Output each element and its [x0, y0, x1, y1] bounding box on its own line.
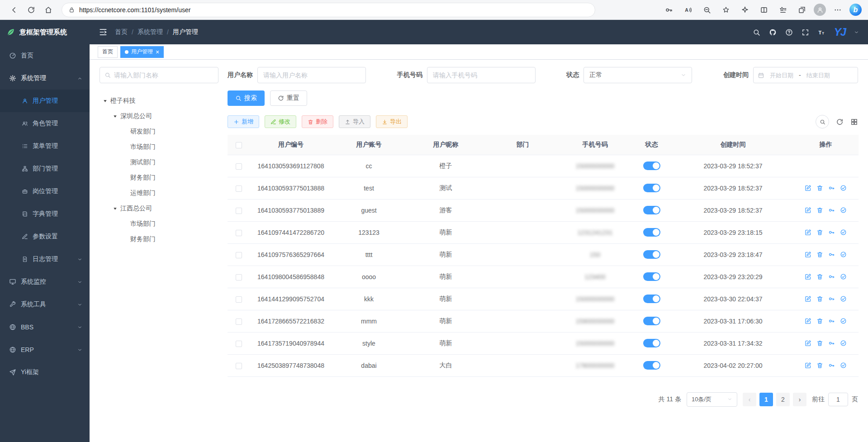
key-icon[interactable]: [828, 207, 835, 214]
edit-square-icon[interactable]: [805, 251, 811, 258]
check-circle-icon[interactable]: [840, 273, 847, 280]
column-settings-icon[interactable]: [850, 118, 858, 126]
breadcrumb-item[interactable]: 首页: [115, 28, 128, 36]
sidebar-item-user-management[interactable]: 用户管理: [0, 90, 90, 112]
delete-button[interactable]: 删除: [302, 115, 333, 128]
help-icon[interactable]: [785, 29, 793, 36]
check-circle-icon[interactable]: [840, 207, 847, 214]
back-icon[interactable]: [6, 2, 22, 18]
status-toggle[interactable]: [643, 162, 660, 170]
home-icon[interactable]: [41, 2, 56, 18]
edit-square-icon[interactable]: [805, 207, 811, 214]
edit-button[interactable]: 修改: [265, 115, 296, 128]
sidebar-item-param-settings[interactable]: 参数设置: [0, 225, 90, 248]
tree-node[interactable]: 市场部门: [100, 216, 218, 232]
copilot-icon[interactable]: b: [849, 4, 862, 16]
add-button[interactable]: 新增: [228, 115, 259, 128]
status-toggle[interactable]: [643, 317, 660, 325]
end-date-input[interactable]: [803, 72, 833, 79]
phone-input[interactable]: [427, 67, 536, 83]
sidebar-item-erp[interactable]: ERP: [0, 338, 90, 361]
page-size-select[interactable]: 10条/页: [687, 392, 737, 407]
font-size-icon[interactable]: [818, 29, 825, 36]
row-checkbox[interactable]: [236, 230, 242, 236]
brand-badge[interactable]: YJ: [834, 26, 845, 38]
row-checkbox[interactable]: [236, 252, 242, 258]
sidebar-item-yi-framework[interactable]: Yi框架: [0, 361, 90, 384]
check-circle-icon[interactable]: [840, 318, 847, 324]
tab-home[interactable]: 首页: [98, 46, 118, 58]
edit-square-icon[interactable]: [805, 362, 811, 369]
select-all-checkbox[interactable]: [236, 142, 242, 148]
tree-node[interactable]: 市场部门: [100, 139, 218, 155]
row-checkbox[interactable]: [236, 296, 242, 303]
add-favorite-icon[interactable]: [719, 3, 733, 17]
row-checkbox[interactable]: [236, 363, 242, 369]
key-icon[interactable]: [828, 229, 835, 236]
status-toggle[interactable]: [643, 184, 660, 192]
sidebar-item-role-management[interactable]: 角色管理: [0, 112, 90, 135]
department-search-input[interactable]: [114, 71, 213, 79]
edit-square-icon[interactable]: [805, 229, 811, 236]
tree-node[interactable]: 研发部门: [100, 124, 218, 139]
key-icon[interactable]: [828, 185, 835, 191]
breadcrumb-item[interactable]: 系统管理: [138, 28, 163, 36]
collections-icon[interactable]: [795, 3, 809, 17]
key-icon[interactable]: [828, 318, 835, 324]
trash-icon[interactable]: [816, 273, 823, 280]
sidebar-item-system-monitor[interactable]: 系统监控: [0, 271, 90, 293]
import-button[interactable]: 导入: [339, 115, 370, 128]
prev-page-button[interactable]: ‹: [743, 393, 756, 406]
trash-icon[interactable]: [816, 318, 823, 324]
check-circle-icon[interactable]: [840, 229, 847, 236]
search-icon[interactable]: [753, 29, 760, 36]
sidebar-item-dept-management[interactable]: 部门管理: [0, 157, 90, 180]
github-icon[interactable]: [769, 29, 777, 36]
fullscreen-icon[interactable]: [802, 29, 809, 36]
trash-icon[interactable]: [816, 295, 823, 302]
address-bar[interactable]: https://ccnetcore.com:1101/system/user: [62, 3, 595, 17]
essentials-icon[interactable]: [738, 3, 752, 17]
more-icon[interactable]: [830, 3, 845, 17]
page-button-2[interactable]: 2: [776, 393, 790, 406]
breadcrumb-item[interactable]: 用户管理: [173, 28, 198, 36]
check-circle-icon[interactable]: [840, 340, 847, 347]
check-circle-icon[interactable]: [840, 185, 847, 191]
row-checkbox[interactable]: [236, 208, 242, 214]
sidebar-item-post-management[interactable]: 岗位管理: [0, 180, 90, 203]
tree-node[interactable]: 财务部门: [100, 170, 218, 185]
check-circle-icon[interactable]: [840, 295, 847, 302]
status-toggle[interactable]: [643, 272, 660, 281]
tree-node[interactable]: 运维部门: [100, 185, 218, 201]
key-icon[interactable]: [828, 295, 835, 302]
status-toggle[interactable]: [643, 250, 660, 259]
favorites-bar-icon[interactable]: [776, 3, 790, 17]
refresh-icon[interactable]: [24, 2, 39, 18]
menu-fold-icon[interactable]: [99, 28, 108, 37]
read-aloud-icon[interactable]: [681, 3, 695, 17]
export-button[interactable]: 导出: [376, 115, 408, 128]
key-icon[interactable]: [828, 362, 835, 369]
search-button[interactable]: 搜索: [228, 90, 265, 106]
toggle-search-button[interactable]: [816, 115, 829, 128]
start-date-input[interactable]: [767, 72, 797, 79]
split-screen-icon[interactable]: [757, 3, 771, 17]
date-range-picker[interactable]: -: [753, 67, 858, 83]
key-icon[interactable]: [828, 340, 835, 347]
refresh-table-icon[interactable]: [836, 118, 844, 126]
edit-square-icon[interactable]: [805, 318, 811, 324]
edit-square-icon[interactable]: [805, 340, 811, 347]
key-icon[interactable]: [828, 251, 835, 258]
sidebar-item-dict-management[interactable]: 字典管理: [0, 203, 90, 225]
tree-node[interactable]: 测试部门: [100, 155, 218, 170]
trash-icon[interactable]: [816, 207, 823, 214]
edit-square-icon[interactable]: [805, 295, 811, 302]
status-toggle[interactable]: [643, 228, 660, 237]
status-select[interactable]: 正常: [583, 67, 692, 83]
page-button-1[interactable]: 1: [759, 393, 773, 406]
tree-node[interactable]: 江西总公司: [100, 201, 218, 216]
check-circle-icon[interactable]: [840, 251, 847, 258]
sidebar-item-menu-management[interactable]: 菜单管理: [0, 135, 90, 157]
key-icon[interactable]: [828, 273, 835, 280]
row-checkbox[interactable]: [236, 318, 242, 325]
